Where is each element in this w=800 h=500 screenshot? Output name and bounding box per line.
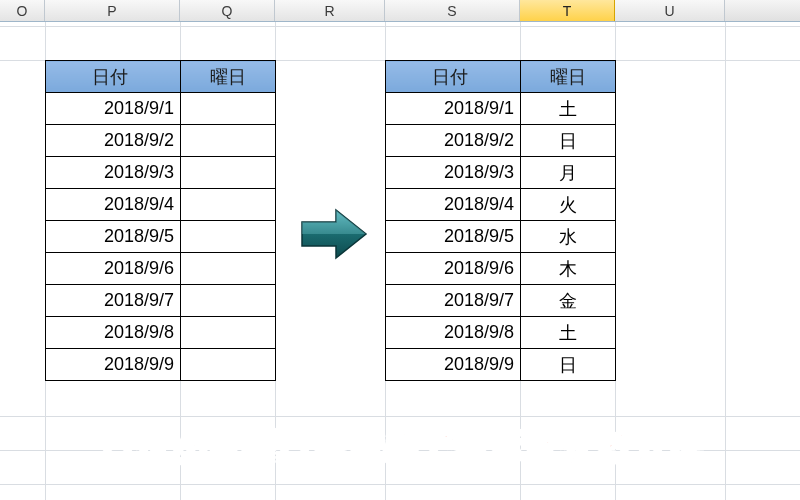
arrow-right-icon	[298, 208, 370, 260]
table-row: 2018/9/4	[46, 189, 276, 221]
cell-day[interactable]: 月	[521, 157, 616, 189]
cell-date[interactable]: 2018/9/3	[46, 157, 181, 189]
cell-date[interactable]: 2018/9/7	[46, 285, 181, 317]
gridline	[0, 484, 800, 485]
header-date[interactable]: 日付	[386, 61, 521, 93]
caption-text: 日付から曜日を自動で表示させる方法	[0, 424, 800, 470]
cell-date[interactable]: 2018/9/1	[46, 93, 181, 125]
cell-date[interactable]: 2018/9/5	[46, 221, 181, 253]
table-row: 2018/9/8土	[386, 317, 616, 349]
cell-day[interactable]: 土	[521, 93, 616, 125]
table-before: 日付 曜日 2018/9/12018/9/22018/9/32018/9/420…	[45, 60, 276, 381]
cell-date[interactable]: 2018/9/2	[46, 125, 181, 157]
cell-date[interactable]: 2018/9/9	[386, 349, 521, 381]
column-header-T[interactable]: T	[520, 0, 615, 21]
cell-date[interactable]: 2018/9/6	[386, 253, 521, 285]
table-row: 2018/9/4火	[386, 189, 616, 221]
cell-day[interactable]	[181, 317, 276, 349]
table-row: 2018/9/6木	[386, 253, 616, 285]
cell-day[interactable]	[181, 157, 276, 189]
cell-day[interactable]: 日	[521, 125, 616, 157]
cell-day[interactable]	[181, 189, 276, 221]
cell-date[interactable]: 2018/9/5	[386, 221, 521, 253]
table-row: 2018/9/7	[46, 285, 276, 317]
cell-day[interactable]	[181, 125, 276, 157]
cell-date[interactable]: 2018/9/4	[386, 189, 521, 221]
table-row: 2018/9/1	[46, 93, 276, 125]
gridline	[0, 26, 800, 27]
column-header-P[interactable]: P	[45, 0, 180, 21]
table-row: 2018/9/8	[46, 317, 276, 349]
table-row: 2018/9/3月	[386, 157, 616, 189]
header-day[interactable]: 曜日	[181, 61, 276, 93]
table-row: 2018/9/1土	[386, 93, 616, 125]
column-header-Q[interactable]: Q	[180, 0, 275, 21]
cell-date[interactable]: 2018/9/6	[46, 253, 181, 285]
cell-date[interactable]: 2018/9/8	[386, 317, 521, 349]
cell-day[interactable]	[181, 349, 276, 381]
table-row: 2018/9/2	[46, 125, 276, 157]
column-header-O[interactable]: O	[0, 0, 45, 21]
cell-date[interactable]: 2018/9/7	[386, 285, 521, 317]
table-row: 2018/9/6	[46, 253, 276, 285]
cell-day[interactable]: 金	[521, 285, 616, 317]
column-header-R[interactable]: R	[275, 0, 385, 21]
column-header-U[interactable]: U	[615, 0, 725, 21]
table-row: 2018/9/2日	[386, 125, 616, 157]
cell-day[interactable]	[181, 285, 276, 317]
cell-day[interactable]: 土	[521, 317, 616, 349]
header-day[interactable]: 曜日	[521, 61, 616, 93]
cell-day[interactable]: 木	[521, 253, 616, 285]
table-header-row: 日付 曜日	[46, 61, 276, 93]
column-header-S[interactable]: S	[385, 0, 520, 21]
table-row: 2018/9/9	[46, 349, 276, 381]
cell-date[interactable]: 2018/9/3	[386, 157, 521, 189]
cell-day[interactable]	[181, 253, 276, 285]
cell-date[interactable]: 2018/9/4	[46, 189, 181, 221]
gridline	[0, 416, 800, 417]
cell-day[interactable]	[181, 93, 276, 125]
cell-day[interactable]: 火	[521, 189, 616, 221]
table-row: 2018/9/5	[46, 221, 276, 253]
cell-date[interactable]: 2018/9/2	[386, 125, 521, 157]
cell-date[interactable]: 2018/9/8	[46, 317, 181, 349]
table-row: 2018/9/5水	[386, 221, 616, 253]
header-date[interactable]: 日付	[46, 61, 181, 93]
cell-day[interactable]: 日	[521, 349, 616, 381]
table-row: 2018/9/7金	[386, 285, 616, 317]
table-after: 日付 曜日 2018/9/1土2018/9/2日2018/9/3月2018/9/…	[385, 60, 616, 381]
cell-day[interactable]	[181, 221, 276, 253]
cell-date[interactable]: 2018/9/9	[46, 349, 181, 381]
column-headers-row: OPQRSTU	[0, 0, 800, 22]
spreadsheet-grid[interactable]: 日付 曜日 2018/9/12018/9/22018/9/32018/9/420…	[0, 22, 800, 500]
table-row: 2018/9/9日	[386, 349, 616, 381]
cell-date[interactable]: 2018/9/1	[386, 93, 521, 125]
cell-day[interactable]: 水	[521, 221, 616, 253]
table-header-row: 日付 曜日	[386, 61, 616, 93]
table-row: 2018/9/3	[46, 157, 276, 189]
